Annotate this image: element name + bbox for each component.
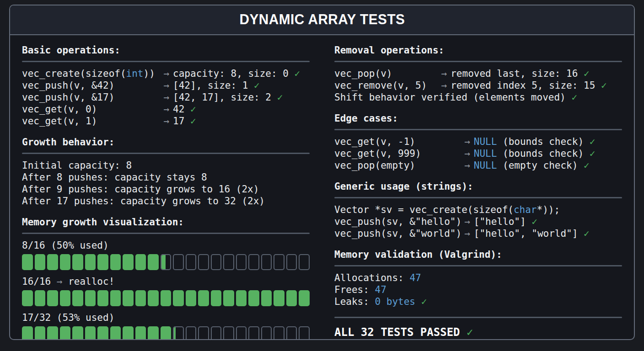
text-segment: Leaks: <box>334 296 375 307</box>
text-segment: vec_pop(v) <box>334 68 392 79</box>
code-text: vec_pop(v) <box>334 68 439 80</box>
bar-cell <box>211 290 222 306</box>
text-segment: (bounds check) <box>497 148 589 159</box>
check-icon: ✓ <box>190 104 196 115</box>
bar-cell <box>72 326 83 340</box>
text-segment: [42], size: 1 <box>173 80 254 91</box>
arrow-icon: → <box>464 136 470 148</box>
text-segment: realloc! <box>63 276 115 287</box>
result-text: 42 ✓ <box>173 103 196 115</box>
text-segment: NULL <box>474 136 497 147</box>
section-divider <box>334 317 622 318</box>
bar-cell <box>223 290 234 306</box>
text-segment <box>460 326 467 339</box>
test-row: vec_get(v, 0)→42 ✓ <box>22 103 310 115</box>
arrow-icon: → <box>441 68 447 80</box>
test-row: vec_push(v, &42)→[42], size: 1 ✓ <box>22 80 310 91</box>
code-text: Frees: 47 <box>334 284 386 296</box>
text-segment: removed last, size: 16 <box>451 68 584 79</box>
code-text: vec_push(v, &17) <box>22 91 161 103</box>
bar-cell <box>22 290 33 306</box>
test-row: vec_push(v, &17)→[42, 17], size: 2 ✓ <box>22 91 310 103</box>
arrow-icon: → <box>464 228 470 239</box>
bar-group: 17/32 (53% used) <box>22 312 310 340</box>
bar-cell <box>135 290 146 306</box>
bar-cell <box>173 254 184 270</box>
bar-cell <box>236 326 247 340</box>
code-text: vec_push(v, &42) <box>22 80 161 91</box>
test-row: vec_remove(v, 5)→removed index 5, size: … <box>334 80 622 91</box>
bar-cell <box>198 326 209 340</box>
test-row: vec_get(v, -1)→NULL (bounds check) ✓ <box>334 136 622 148</box>
text-segment: )) <box>144 68 155 79</box>
text-segment: ["hello"] <box>474 216 531 227</box>
text-segment: vec_remove(v, 5) <box>334 80 427 91</box>
test-row: Initial capacity: 8 <box>22 160 310 171</box>
bar-cell <box>186 290 197 306</box>
bar-cell <box>299 254 310 270</box>
check-icon: ✓ <box>277 92 283 103</box>
test-row: Allocations: 47 <box>334 272 622 284</box>
section-divider <box>22 233 310 234</box>
section-divider <box>22 153 310 154</box>
arrow-icon: → <box>464 160 470 171</box>
text-segment: 0 bytes <box>375 296 416 307</box>
text-segment: NULL <box>474 148 497 159</box>
text-segment: Allocations: <box>334 272 409 283</box>
bar-cell <box>123 326 134 340</box>
bar-cell <box>60 290 71 306</box>
bar-cell <box>236 254 247 270</box>
text-segment: vec_push(sv, &"hello") <box>334 216 462 227</box>
text-segment: 8/16 (50% used) <box>22 240 109 251</box>
bar-cell <box>211 254 222 270</box>
arrow-icon: → <box>163 91 169 103</box>
text-segment: 17/32 (53% used) <box>22 312 114 323</box>
code-text: vec_push(sv, &"world") <box>334 228 462 239</box>
test-row: After 17 pushes: capacity grows to 32 (2… <box>22 195 310 207</box>
bar-cell <box>173 290 184 306</box>
bar-cell <box>223 326 234 340</box>
text-segment: vec_get(v, 999) <box>334 148 421 159</box>
bar-cell <box>261 290 272 306</box>
bar-cell <box>261 326 272 340</box>
test-row: Shift behavior verified (elements moved)… <box>334 91 622 103</box>
bar-cell <box>47 290 58 306</box>
bar-cell <box>248 290 259 306</box>
section-generic-usage: Generic usage (strings):Vector *sv = vec… <box>334 181 622 239</box>
content: Basic operations:vec_create(sizeof(int))… <box>10 35 634 340</box>
text-segment: After 17 pushes: capacity grows to 32 (2… <box>22 196 265 207</box>
bar-cell <box>211 326 222 340</box>
text-segment: capacity: 8, size: 0 <box>173 68 295 79</box>
test-results-panel: DYNAMIC ARRAY TESTS Basic operations:vec… <box>9 5 635 340</box>
code-text: Initial capacity: 8 <box>22 160 132 171</box>
test-row: vec_pop(empty)→NULL (empty check) ✓ <box>334 160 622 171</box>
check-icon: ✓ <box>421 296 427 307</box>
bar-label: 16/16 → realloc! <box>22 276 310 287</box>
section-heading: Edge cases: <box>334 112 622 124</box>
bar-group: 16/16 → realloc! <box>22 276 310 306</box>
arrow-icon: → <box>163 103 169 115</box>
result-text: ["hello", "world"] ✓ <box>474 228 590 239</box>
test-row: Leaks: 0 bytes ✓ <box>334 296 622 308</box>
bar-cell <box>60 326 71 340</box>
result-text: NULL (empty check) ✓ <box>474 160 590 171</box>
test-row: Vector *sv = vec_create(sizeof(char*)); <box>334 204 622 216</box>
bar-cell <box>173 326 184 340</box>
text-segment: char <box>514 204 537 215</box>
check-icon: ✓ <box>584 68 590 79</box>
section-heading: Basic operations: <box>22 44 310 56</box>
bar-cell <box>186 326 197 340</box>
check-icon: ✓ <box>590 136 596 147</box>
check-icon: ✓ <box>571 92 577 103</box>
text-segment: vec_push(v, &17) <box>22 92 114 103</box>
text-segment: vec_push(v, &42) <box>22 80 114 91</box>
arrow-icon: → <box>464 148 470 160</box>
bar-cell <box>110 290 121 306</box>
bar-cell <box>60 254 71 270</box>
test-row: After 8 pushes: capacity stays 8 <box>22 171 310 183</box>
bar-cell <box>110 326 121 340</box>
check-icon: ✓ <box>254 80 260 91</box>
test-row: vec_pop(v)→removed last, size: 16 ✓ <box>334 68 622 80</box>
bar-cell <box>148 326 159 340</box>
memory-bar <box>22 290 310 306</box>
